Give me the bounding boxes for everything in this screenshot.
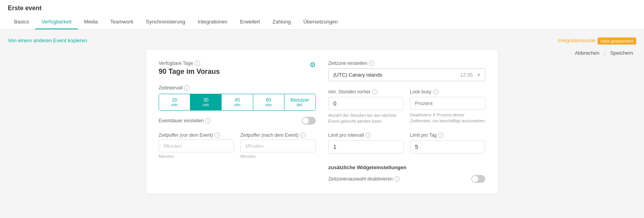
buffer-after-sublabel: Minuten bbox=[240, 154, 316, 159]
interval-btn-60[interactable]: 60 min bbox=[253, 94, 284, 110]
limit-interval-info-icon[interactable]: i bbox=[365, 132, 371, 138]
interval-btn-custom[interactable]: Benutzer def. bbox=[284, 94, 315, 110]
timezone-disable-label: Zeitzonenauswahl deaktivieren i bbox=[328, 176, 400, 182]
buffer-after-info-icon[interactable]: i bbox=[300, 132, 306, 138]
buffer-before-sublabel: Minuten bbox=[159, 154, 234, 159]
copy-from-event-link[interactable]: Von einem anderen Event kopieren bbox=[8, 38, 87, 43]
two-col-layout: Verfügbare Tage i 90 Tage im Voraus ⚙ Ze… bbox=[159, 61, 485, 183]
timezone-label: Zeitzone einstellen i bbox=[328, 61, 485, 66]
buffer-before-info-icon[interactable]: i bbox=[215, 132, 220, 138]
min-hours-input[interactable] bbox=[328, 97, 404, 110]
cancel-button[interactable]: Abbrechen bbox=[572, 48, 603, 57]
limit-interval-group: Limit pro Intervall i bbox=[328, 132, 404, 154]
limit-interval-input[interactable] bbox=[328, 140, 404, 154]
available-days-label: Verfügbare Tage i bbox=[159, 61, 220, 66]
interval-btn-20[interactable]: 20 min bbox=[159, 94, 190, 110]
timezone-time: 12:35 bbox=[460, 72, 473, 78]
timezone-disable-toggle[interactable] bbox=[471, 175, 485, 183]
buffer-before-input[interactable] bbox=[159, 139, 234, 152]
buffer-before-label: Zeitpuffer (vor dem Event) i bbox=[159, 132, 234, 138]
interval-buttons: 20 min 30 min 45 min 60 bbox=[159, 94, 316, 111]
widget-title: zusätzliche Widgeteinstellungen bbox=[328, 164, 485, 170]
event-duration-info-icon[interactable]: i bbox=[205, 118, 211, 123]
look-busy-desc: Deaktiviere X Prozent deiner Zeitfenster… bbox=[410, 112, 485, 124]
event-duration-row: Eventdauer einstellen i bbox=[159, 117, 316, 125]
page-title: Erste event bbox=[8, 5, 636, 12]
available-days-info-icon[interactable]: i bbox=[195, 61, 200, 66]
widget-section: zusätzliche Widgeteinstellungen Zeitzone… bbox=[328, 161, 485, 183]
limit-day-label: Limit pro Tag i bbox=[410, 132, 485, 138]
limit-interval-label: Limit pro Intervall i bbox=[328, 132, 404, 138]
tab-verfugbarkeit[interactable]: Verfügbarkeit bbox=[35, 15, 78, 29]
available-days-value: 90 Tage im Voraus bbox=[159, 68, 220, 76]
buffer-after-group: Zeitpuffer (nach dem Event) i Minuten bbox=[240, 132, 316, 159]
gear-icon[interactable]: ⚙ bbox=[309, 61, 316, 69]
tab-synchronisierung[interactable]: Synchronisierung bbox=[140, 15, 191, 29]
buffer-after-input[interactable] bbox=[240, 139, 316, 152]
interval-label: Zeitintervall i bbox=[159, 85, 316, 91]
limit-day-input[interactable] bbox=[410, 140, 485, 154]
min-hours-label: min. Stunden vorher i bbox=[328, 89, 404, 95]
interval-section: Zeitintervall i 20 min 30 min 4 bbox=[159, 85, 316, 111]
timezone-select[interactable]: (UTC) Canary islands 12:35 ▾ bbox=[328, 68, 485, 81]
save-actions: Abbrechen | Speichern bbox=[572, 48, 636, 57]
hours-busy-row: min. Stunden vorher i Anzahl der Stunden… bbox=[328, 89, 485, 125]
buffer-after-label: Zeitpuffer (nach dem Event) i bbox=[240, 132, 316, 138]
tab-ubersetzungen[interactable]: Übersetzungen bbox=[297, 15, 344, 29]
divider: | bbox=[603, 50, 607, 56]
buffer-before-group: Zeitpuffer (vor dem Event) i Minuten bbox=[159, 132, 234, 159]
save-button[interactable]: Speichern bbox=[607, 48, 636, 57]
top-bar: Von einem anderen Event kopieren Integra… bbox=[8, 38, 636, 43]
min-hours-group: min. Stunden vorher i Anzahl der Stunden… bbox=[328, 89, 404, 125]
look-busy-group: Look busy i Deaktiviere X Prozent deiner… bbox=[410, 89, 485, 125]
look-busy-input[interactable] bbox=[410, 97, 485, 110]
event-duration-label: Eventdauer einstellen i bbox=[159, 118, 211, 123]
limits-row: Limit pro Intervall i Limit pro Tag i bbox=[328, 132, 485, 154]
timezone-disable-info-icon[interactable]: i bbox=[394, 176, 400, 182]
min-hours-info-icon[interactable]: i bbox=[372, 89, 377, 95]
not-saved-badge: nicht gespeichert bbox=[597, 38, 636, 45]
interval-info-icon[interactable]: i bbox=[184, 85, 190, 91]
left-col: Verfügbare Tage i 90 Tage im Voraus ⚙ Ze… bbox=[159, 61, 316, 183]
right-col: Zeitzone einstellen i (UTC) Canary islan… bbox=[328, 61, 485, 183]
look-busy-label: Look busy i bbox=[410, 89, 485, 95]
limit-day-info-icon[interactable]: i bbox=[438, 132, 444, 138]
tab-integrationen[interactable]: Integrationen bbox=[191, 15, 234, 29]
tab-basics[interactable]: Basics bbox=[8, 15, 35, 29]
save-area: nicht gespeichert Abbrechen | Speichern bbox=[572, 38, 636, 57]
page-header: Erste event Basics Verfügbarkeit Media T… bbox=[0, 0, 644, 30]
look-busy-info-icon[interactable]: i bbox=[433, 89, 438, 95]
nav-tabs: Basics Verfügbarkeit Media Teamwork Sync… bbox=[8, 15, 636, 29]
min-hours-desc: Anzahl der Stunden bis der nächste Event… bbox=[328, 113, 404, 125]
tab-media[interactable]: Media bbox=[78, 15, 104, 29]
tab-zahlung[interactable]: Zahlung bbox=[266, 15, 297, 29]
chevron-down-icon: ▾ bbox=[478, 72, 480, 78]
timezone-info-icon[interactable]: i bbox=[369, 61, 374, 66]
limit-day-group: Limit pro Tag i bbox=[410, 132, 485, 154]
buffer-row: Zeitpuffer (vor dem Event) i Minuten Zei… bbox=[159, 132, 316, 159]
tab-erweitert[interactable]: Erweitert bbox=[234, 15, 266, 29]
interval-btn-45[interactable]: 45 min bbox=[222, 94, 253, 110]
available-days-info: Verfügbare Tage i 90 Tage im Voraus bbox=[159, 61, 220, 76]
main-card: Verfügbare Tage i 90 Tage im Voraus ⚙ Ze… bbox=[146, 50, 498, 194]
timezone-group: Zeitzone einstellen i (UTC) Canary islan… bbox=[328, 61, 485, 81]
timezone-value: (UTC) Canary islands bbox=[333, 72, 382, 78]
tab-teamwork[interactable]: Teamwork bbox=[104, 15, 140, 29]
event-duration-toggle[interactable] bbox=[302, 117, 316, 125]
interval-btn-30[interactable]: 30 min bbox=[190, 94, 222, 110]
available-days-section: Verfügbare Tage i 90 Tage im Voraus ⚙ bbox=[159, 61, 316, 76]
timezone-disable-row: Zeitzonenauswahl deaktivieren i bbox=[328, 175, 485, 183]
content-area: Von einem anderen Event kopieren Integra… bbox=[0, 30, 644, 216]
